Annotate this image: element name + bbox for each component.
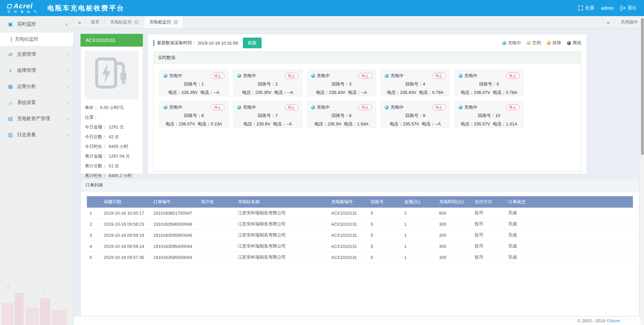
circuit-number: 2 xyxy=(275,82,277,87)
circuit-card: 充电中 终止 回路号：1 电压：235.35V电流：- xyxy=(159,69,228,96)
charging-status-dot xyxy=(385,105,389,109)
copyright-brand-link[interactable]: ©Acrel xyxy=(607,318,620,323)
cell-amount: 1 xyxy=(401,241,436,252)
chevron-icon: ‹ xyxy=(67,52,68,57)
stop-button[interactable]: 终止 xyxy=(285,73,298,79)
tabs-scroll-left-button[interactable]: « xyxy=(74,16,86,28)
current-label: 电流： xyxy=(273,121,286,126)
circuit-status-label: 充电中 xyxy=(390,104,404,110)
order-row[interactable]: 2 2019-10-16 09:59:23 1910163596300046 江… xyxy=(87,219,633,230)
sidebar-item-system-settings[interactable]: ☼ 系统设置 ‹ xyxy=(0,95,73,111)
sidebar-item-log-view[interactable]: ▥ 日志查看 ‹ xyxy=(0,127,73,143)
submenu-marker xyxy=(11,37,12,42)
sidebar-item-fault-mgmt[interactable]: × 故障管理 ‹ xyxy=(0,62,73,78)
stop-button[interactable]: 终止 xyxy=(285,104,298,110)
logout-icon xyxy=(621,6,625,10)
stat-value: 1297.04 元 xyxy=(109,153,130,159)
circuit-number-label: 回路号： xyxy=(184,113,201,118)
order-row[interactable]: 5 2019-10-16 09:57:35 1910163585500043 江… xyxy=(87,252,633,263)
circuit-status-label: 充电中 xyxy=(243,104,256,110)
order-row[interactable]: 3 2019-10-16 09:59:19 1910163595900045 江… xyxy=(87,230,633,241)
col-amount: 金额(元) xyxy=(401,196,436,208)
sidebar-item-pile-asset-mgmt[interactable]: ▤ 充电桩资产管理 ‹ xyxy=(0,111,73,127)
legend-label: 离线 xyxy=(573,40,581,46)
voltage-value: 235.9V xyxy=(257,121,270,126)
cell-order-status: 完成 xyxy=(505,230,633,241)
legend-item: 离线 xyxy=(567,40,581,46)
brand-name: Acrel xyxy=(13,2,33,10)
cell-circuit-number: 5 xyxy=(368,219,401,230)
stop-button[interactable]: 终止 xyxy=(211,104,224,110)
logout-button[interactable]: 退出 xyxy=(621,5,637,11)
monitor-panel: 最新数据采集时间： 2019-10-16 10:31:59 刷新 充电中 xyxy=(148,34,587,174)
sidebar-item-label: 运营分析 xyxy=(17,84,67,90)
scrollbar-thumb[interactable] xyxy=(641,18,644,155)
charging-status-dot xyxy=(459,74,463,78)
voltage-label: 电压： xyxy=(461,90,474,95)
sidebar-item-transaction-mgmt[interactable]: ⇄ 交易管理 ‹ xyxy=(0,46,73,62)
tabs: 首页 × 充电站监控 × 充电桩监控 × xyxy=(86,16,183,28)
sidebar-item-label: 充电站监控 xyxy=(15,36,68,42)
cell-pile-number: ACX1010131 xyxy=(328,219,368,230)
heart-icon: ♥ xyxy=(7,285,9,290)
chevron-icon: ‹ xyxy=(67,132,68,138)
realtime-data-title: 实时数据 xyxy=(154,52,581,64)
stop-button[interactable]: 终止 xyxy=(506,104,520,110)
stop-button[interactable]: 终止 xyxy=(432,73,446,79)
charging-status-dot xyxy=(459,105,463,109)
circuit-status-label: 充电中 xyxy=(317,73,330,79)
station-stat: 今日时长： 6455 小时 xyxy=(85,144,139,150)
status-dot xyxy=(547,41,551,45)
station-stats: 单价： 5.00 小时/元 位置： 今日金额： xyxy=(85,105,139,179)
cell-pile-number: ACX1010131 xyxy=(328,241,368,252)
order-row[interactable]: 4 2019-10-16 09:59:14 1910163595400044 江… xyxy=(87,241,633,252)
current-label: 电流： xyxy=(422,121,435,126)
sidebar-item-station-monitor[interactable]: 充电站监控 xyxy=(0,32,73,46)
voltage-value: 235.9V xyxy=(327,121,341,126)
chevron-icon: ‹ xyxy=(67,100,68,105)
sidebar-item-realtime-monitor[interactable]: ▣ 实时监控 ∨ xyxy=(0,16,73,32)
copyright-text: © 2003 - 2019 xyxy=(577,318,605,323)
circuit-number-label: 回路号： xyxy=(331,113,349,118)
tab-label: 首页 xyxy=(91,19,100,25)
cell-amount: 1 xyxy=(401,252,436,263)
order-row[interactable]: 1 2019-10-16 10:00:17 1910163601700047 江… xyxy=(87,208,633,219)
circuit-status-label: 充电中 xyxy=(169,73,182,79)
tab-home[interactable]: 首页 × xyxy=(86,16,105,28)
sidebar: ▣ 实时监控 ∨ 充电站监控 ⇄ 交易管理 ‹ xyxy=(0,16,74,325)
stop-button[interactable]: 终止 xyxy=(359,104,372,110)
tab-close-icon[interactable]: × xyxy=(134,20,139,24)
stop-button[interactable]: 终止 xyxy=(211,73,224,79)
refresh-button[interactable]: 刷新 xyxy=(243,38,262,48)
cell-order-number: 1910163601700047 xyxy=(151,208,198,219)
charging-status-dot xyxy=(163,105,167,109)
cell-payment-method: 投币 xyxy=(472,230,505,241)
cell-order-status: 完成 xyxy=(505,241,633,252)
col-create-date: 创建日期 xyxy=(101,196,151,208)
stop-button[interactable]: 终止 xyxy=(506,73,520,79)
cell-order-number: 1910163595900045 xyxy=(151,230,198,241)
tab-station-monitor[interactable]: 充电站监控 × xyxy=(105,16,144,28)
fullscreen-button[interactable]: 全屏 xyxy=(578,5,594,11)
cell-row-index: 5 xyxy=(87,252,101,263)
voltage-label: 电压： xyxy=(168,90,181,95)
collect-time-value: 2019-10-16 10:31:59 xyxy=(198,41,238,46)
sidebar-item-operation-analysis[interactable]: ▦ 运营分析 ‹ xyxy=(0,78,73,95)
legend-item: 故障 xyxy=(547,40,561,46)
tabs-scroll-right-button[interactable]: » xyxy=(602,16,614,28)
user-menu[interactable]: admin xyxy=(601,5,614,11)
top-header: Acrel 安 科 瑞 电 气 电瓶车充电桩收费平台 全屏 admin 退出 xyxy=(0,0,644,16)
current-value: 0.79A xyxy=(432,90,443,95)
cell-amount: 1 xyxy=(401,230,436,241)
tab-pile-monitor[interactable]: 充电桩监控 × xyxy=(144,16,183,28)
stop-button[interactable]: 终止 xyxy=(432,104,446,110)
cell-row-index: 3 xyxy=(87,230,101,241)
stop-button[interactable]: 终止 xyxy=(359,73,372,79)
col-circuit-number: 回路号 xyxy=(368,196,401,208)
sidebar-item-label: 故障管理 xyxy=(17,67,67,73)
cell-order-status: 完成 xyxy=(505,219,633,230)
close-operations-button[interactable]: 关闭操作 xyxy=(614,16,644,28)
tab-close-icon[interactable]: × xyxy=(173,20,178,24)
legend-item: 空闲 xyxy=(527,40,541,46)
chart-icon: ▦ xyxy=(7,84,14,90)
